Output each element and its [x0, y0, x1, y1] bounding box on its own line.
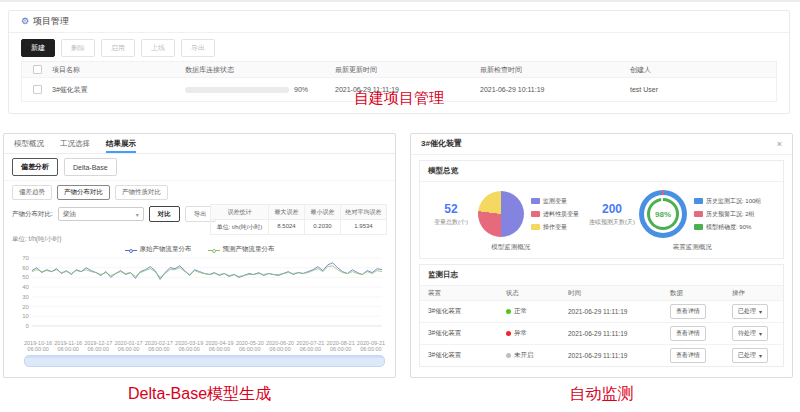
line-chart-svg: 706050403020100 — [12, 254, 387, 340]
col-creator: 创建人 — [630, 65, 776, 75]
log-action-cell: 已处理▾ — [732, 348, 783, 363]
pie-legend: 监测变量 进料性质变量 操作变量 — [531, 197, 579, 232]
compare-button[interactable]: 对比 — [149, 206, 180, 222]
log-detail-cell: 查看详情 — [670, 326, 732, 341]
view-detail-button[interactable]: 查看详情 — [670, 326, 706, 341]
x-tick-label: 2020-08-2106:00:00 — [327, 340, 355, 353]
x-tick-label: 2020-01-1706:00:00 — [114, 340, 142, 353]
action-select[interactable]: 待处理▾ — [732, 326, 768, 341]
swatch-icon — [694, 211, 703, 217]
checkbox-icon[interactable] — [33, 65, 42, 74]
legend-item: 模型精确度: 90% — [694, 223, 761, 232]
swatch-icon — [694, 224, 703, 230]
stat-header: 误差统计 — [211, 205, 269, 220]
monitor-log-box: 监测日志 装置 状态 时间 数据 操作 3#催化装置 正常 2021-06-29… — [419, 264, 784, 367]
legend-original[interactable]: 原始产物流量分布 — [125, 245, 192, 254]
action-value: 已处理 — [738, 351, 756, 360]
view-detail-button[interactable]: 查看详情 — [670, 348, 706, 363]
table-header-row: 项目名称 数据库连接状态 最新更新时间 最新检查时间 创建人 — [22, 62, 776, 77]
toggle-deviation-trend[interactable]: 偏差趋势 — [12, 185, 52, 200]
legend-marker-predicted — [208, 249, 220, 253]
x-tick-label: 2020-05-2006:00:00 — [236, 340, 264, 353]
close-icon[interactable]: × — [777, 134, 782, 154]
tab-condition-select[interactable]: 工况选择 — [60, 134, 90, 153]
tab-bar: 模型概况 工况选择 结果展示 — [4, 134, 395, 154]
action-value: 已处理 — [738, 307, 756, 316]
overview-row: 52 变量总数(个) 监测变量 进料性质变量 操作变量 200 连续预测天数(天… — [420, 182, 783, 240]
section-title: 模型总览 — [420, 161, 783, 182]
stat-label: 连续预测天数(天) — [585, 218, 639, 227]
x-tick-label: 2019-10-1606:00:00 — [24, 340, 52, 353]
log-row: 3#催化装置 异常 2021-06-29 11:11:19 查看详情 待处理▾ — [420, 322, 783, 344]
status-dot-icon — [506, 353, 511, 358]
stat-value: 52 — [424, 202, 478, 216]
status-text: 未开启 — [514, 351, 534, 360]
log-detail-cell: 查看详情 — [670, 348, 732, 363]
model-overview-box: 模型总览 52 变量总数(个) 监测变量 进料性质变量 操作变量 200 连续预… — [419, 160, 784, 259]
create-button[interactable]: 新建 — [21, 39, 55, 57]
chart-brush-slider[interactable] — [24, 355, 385, 367]
overview-captions: 模型监测概况 装置监测概况 — [420, 240, 783, 258]
select-label: 产物分布对比: — [12, 210, 53, 219]
log-device: 3#催化装置 — [420, 307, 506, 316]
toggle-product-property[interactable]: 产物性质对比 — [115, 185, 168, 200]
log-detail-cell: 查看详情 — [670, 304, 732, 319]
col-checked: 最新检查时间 — [480, 65, 630, 75]
legend-label: 原始产物流量分布 — [140, 245, 192, 252]
caption-delta-base: Delta-Base模型生成 — [3, 384, 396, 405]
gear-icon: ⚙ — [21, 16, 29, 26]
action-select[interactable]: 已处理▾ — [732, 348, 768, 363]
gauge-legend: 历史监测工况: 100组 历史预警工况: 2组 模型精确度: 90% — [694, 197, 761, 232]
x-tick-label: 2020-03-1906:00:00 — [175, 340, 203, 353]
log-device: 3#催化装置 — [420, 329, 506, 338]
tab-model-overview[interactable]: 模型概况 — [14, 134, 44, 153]
swatch-icon — [531, 224, 540, 230]
legend-predicted[interactable]: 预测产物流量分布 — [208, 245, 275, 254]
delta-base-panel: 模型概况 工况选择 结果展示 偏差分析 Delta-Base 偏差趋势 产物分布… — [3, 133, 396, 378]
stat-min-error: 0.2030 — [305, 220, 341, 235]
svg-text:30: 30 — [22, 294, 29, 300]
product-select[interactable]: 柴油 ▾ — [58, 207, 144, 221]
col-project-name: 项目名称 — [52, 65, 185, 75]
swatch-icon — [531, 198, 540, 204]
action-select[interactable]: 已处理▾ — [732, 304, 768, 319]
legend-label: 历史监测工况: 100组 — [706, 197, 761, 206]
device-gauge-chart: 98% — [639, 190, 687, 238]
auto-monitor-panel: 3#催化装置 × 模型总览 52 变量总数(个) 监测变量 进料性质变量 操作变… — [410, 133, 793, 378]
view-detail-button[interactable]: 查看详情 — [670, 304, 706, 319]
project-management-panel: ⚙项目管理 新建 删除 启用 上线 导出 项目名称 数据库连接状态 最新更新时间… — [8, 10, 790, 114]
log-action-cell: 待处理▾ — [732, 326, 783, 341]
log-row: 3#催化装置 正常 2021-06-29 11:11:19 查看详情 已处理▾ — [420, 300, 783, 322]
export-button[interactable]: 导出 — [181, 39, 215, 57]
page-top-divider — [0, 0, 800, 2]
panel-header: 3#催化装置 × — [411, 134, 792, 155]
log-status: 未开启 — [506, 351, 568, 360]
swatch-icon — [694, 198, 703, 204]
stat-unit: 单位: t/h(吨/小时) — [211, 220, 269, 235]
x-tick-label: 2020-04-1906:00:00 — [205, 340, 233, 353]
svg-text:50: 50 — [22, 274, 29, 280]
legend-item: 历史预警工况: 2组 — [694, 210, 761, 219]
publish-button[interactable]: 上线 — [141, 39, 175, 57]
legend-label: 操作变量 — [543, 223, 567, 232]
enable-button[interactable]: 启用 — [101, 39, 135, 57]
select-all-checkbox-cell[interactable] — [22, 65, 52, 75]
col-time: 时间 — [568, 289, 670, 298]
gauge-value: 98% — [650, 201, 676, 227]
svg-text:60: 60 — [22, 265, 29, 271]
line-chart: 706050403020100 — [12, 254, 387, 340]
log-device: 3#催化装置 — [420, 351, 506, 360]
variable-count-stat: 52 变量总数(个) — [424, 202, 478, 227]
delete-button[interactable]: 删除 — [61, 39, 95, 57]
x-tick-label: 2020-09-2106:00:00 — [357, 340, 385, 353]
tab-result-display[interactable]: 结果展示 — [106, 134, 136, 153]
x-tick-label: 2020-06-2006:00:00 — [266, 340, 294, 353]
toggle-product-distribution[interactable]: 产物分布对比 — [57, 185, 110, 200]
action-value: 待处理 — [738, 329, 756, 338]
toolbar: 新建 删除 启用 上线 导出 — [9, 33, 789, 61]
subtab-delta-base[interactable]: Delta-Base — [64, 158, 117, 176]
log-time: 2021-06-29 11:11:19 — [568, 308, 670, 315]
subtab-deviation-analysis[interactable]: 偏差分析 — [12, 158, 58, 176]
stat-max-error: 8.5024 — [269, 220, 305, 235]
panel-title: 项目管理 — [33, 16, 69, 26]
